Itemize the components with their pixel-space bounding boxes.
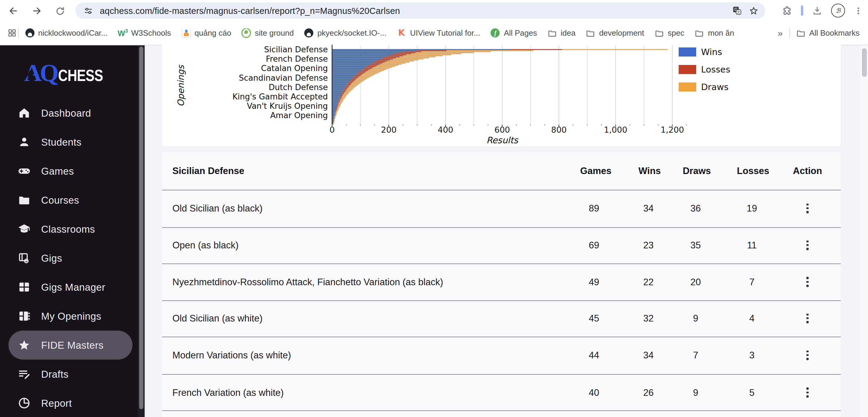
bookmark-label: nicklockwood/iCar... xyxy=(38,28,108,37)
bar-segment-wins xyxy=(332,68,364,69)
bar-segment-draws xyxy=(340,102,342,102)
sidebar-item-report[interactable]: Report xyxy=(8,389,132,417)
sidebar-item-classrooms[interactable]: Classrooms xyxy=(8,214,132,244)
sidebar-item-my-openings[interactable]: My Openings xyxy=(8,302,132,331)
row-actions-kebab-icon[interactable] xyxy=(802,239,813,252)
sidebar-item-dashboard[interactable]: Dashboard xyxy=(8,99,132,128)
bar-segment-wins xyxy=(332,84,347,84)
menu-kebab-icon[interactable] xyxy=(854,6,863,15)
sidebar-item-fide-masters[interactable]: FIDE Masters xyxy=(8,331,132,359)
draws-value: 9 xyxy=(693,387,698,398)
page-content: AQ♞♟ CHESS DashboardStudentsGamesCourses… xyxy=(0,45,868,417)
bar-segment-wins xyxy=(332,58,383,58)
bar-segment-losses xyxy=(360,71,367,72)
bookmark-item[interactable]: W3W3Schools xyxy=(118,28,171,38)
forward-icon[interactable] xyxy=(30,4,43,18)
row-actions-kebab-icon[interactable] xyxy=(802,275,813,288)
row-actions-kebab-icon[interactable] xyxy=(802,386,813,399)
bar-segment-draws xyxy=(336,111,338,112)
column-header-games: Games xyxy=(580,166,611,176)
row-separator xyxy=(162,190,841,191)
bar-segment-losses xyxy=(339,98,341,99)
page-scrollbar[interactable] xyxy=(860,45,868,417)
bookmark-item[interactable]: fAll Pages xyxy=(491,28,537,38)
url-text[interactable]: aqchess.com/fide-masters/magnus-carlsen/… xyxy=(100,6,400,15)
svg-text:Scandinavian Defense: Scandinavian Defense xyxy=(239,73,328,82)
bar-segment-draws xyxy=(340,99,343,100)
home-icon xyxy=(18,106,31,120)
bar-segment-losses xyxy=(341,94,343,95)
variation-name: Modern Variations (as white) xyxy=(173,350,291,361)
sidebar-item-gigs[interactable]: Gigs xyxy=(8,244,132,273)
bookmark-item[interactable]: KUIView Tutorial for... xyxy=(397,28,480,38)
back-icon[interactable] xyxy=(7,4,20,18)
bookmark-item[interactable]: spec xyxy=(654,28,684,38)
bookmark-item[interactable]: idea xyxy=(548,28,576,38)
pinned-extension-icon[interactable] xyxy=(801,5,803,16)
bookmark-label: quảng cáo xyxy=(194,28,231,37)
side-panel-apps-icon[interactable] xyxy=(7,28,17,38)
row-actions-kebab-icon[interactable] xyxy=(802,349,813,362)
table-row: Open (as black)69233511 xyxy=(162,227,841,264)
aqchess-logo[interactable]: AQ♞♟ CHESS xyxy=(24,59,113,84)
bookmark-item[interactable]: development xyxy=(586,28,644,38)
sidebar-scrollbar-thumb[interactable] xyxy=(139,46,143,409)
bar-segment-draws xyxy=(334,123,334,123)
bar-segment-wins xyxy=(332,114,335,115)
svg-text:400: 400 xyxy=(438,125,453,135)
bookmark-item[interactable]: mon ăn xyxy=(695,28,734,38)
profile-avatar[interactable]: ℬ xyxy=(831,4,845,18)
bookmark-item[interactable]: pkyeck/socket.IO-... xyxy=(304,28,386,38)
bookmark-item[interactable]: nicklockwood/iCar... xyxy=(25,28,108,38)
bar-segment-draws xyxy=(354,80,364,81)
sidebar-item-courses[interactable]: Courses xyxy=(8,185,132,214)
translate-icon[interactable]: G文 xyxy=(730,4,743,17)
bookmark-star-icon[interactable] xyxy=(747,4,760,17)
row-actions-kebab-icon[interactable] xyxy=(802,312,813,325)
bar-segment-losses xyxy=(334,121,334,122)
bookmark-label: All Pages xyxy=(504,28,537,37)
bar-segment-draws xyxy=(366,71,381,72)
site-info-icon[interactable] xyxy=(82,4,95,17)
bookmark-item[interactable]: quảng cáo xyxy=(181,28,231,38)
address-bar[interactable]: aqchess.com/fide-masters/magnus-carlsen/… xyxy=(75,2,765,19)
reload-icon[interactable] xyxy=(53,4,66,18)
bookmark-item[interactable]: site ground xyxy=(242,28,294,38)
bar-segment-wins xyxy=(332,110,336,111)
sidebar-item-drafts[interactable]: Drafts xyxy=(8,359,132,389)
bar-segment-losses xyxy=(339,100,340,101)
bar-segment-draws xyxy=(334,120,335,121)
legend-swatch-wins xyxy=(679,47,696,57)
sicilian-defense-table: Sicilian Defense Games Wins Draws Losses… xyxy=(162,152,841,417)
bookmark-label: development xyxy=(599,28,644,37)
table-row: Modern Variations (as white)443473 xyxy=(162,336,841,374)
folder-icon xyxy=(18,194,31,207)
extensions-icon[interactable] xyxy=(781,5,793,16)
bar-segment-losses xyxy=(399,52,415,53)
svg-text:0: 0 xyxy=(329,125,335,135)
folder-icon xyxy=(695,28,704,38)
sidebar-item-students[interactable]: Students xyxy=(8,128,132,157)
bar-segment-wins xyxy=(332,91,343,92)
downloads-icon[interactable] xyxy=(812,5,823,16)
sidebar-item-label: My Openings xyxy=(41,310,101,322)
bookmarks-overflow-icon[interactable]: » xyxy=(778,28,782,38)
chart-bars xyxy=(332,49,668,124)
bar-segment-draws xyxy=(344,93,348,94)
sidebar-item-games[interactable]: Games xyxy=(8,157,132,185)
all-bookmarks-button[interactable]: All Bookmarks xyxy=(796,28,860,38)
bar-segment-wins xyxy=(332,84,347,85)
bar-segment-draws xyxy=(421,51,491,52)
legend-swatch-draws xyxy=(679,82,696,92)
bar-segment-losses xyxy=(347,84,350,85)
logo-chess-text: CHESS xyxy=(58,67,103,84)
bar-segment-wins xyxy=(332,62,374,63)
page-scrollbar-thumb[interactable] xyxy=(862,48,867,77)
bar-segment-wins xyxy=(332,51,404,52)
row-actions-kebab-icon[interactable] xyxy=(802,202,813,215)
bar-segment-wins xyxy=(332,79,351,80)
bar-segment-wins xyxy=(332,113,335,114)
sidebar-scrollbar[interactable] xyxy=(138,45,145,417)
draws-value: 7 xyxy=(693,350,698,361)
sidebar-item-gigs-manager[interactable]: Gigs Manager xyxy=(8,273,132,302)
